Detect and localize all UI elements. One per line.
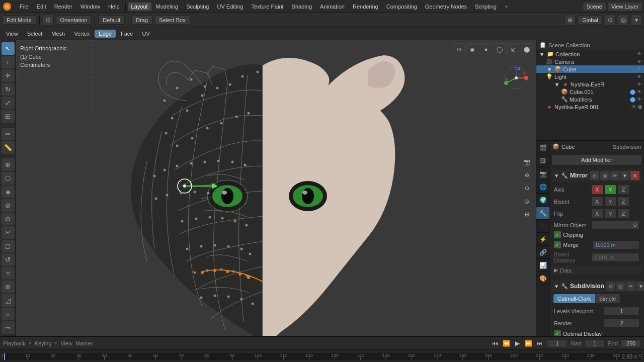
mirror-render-btn[interactable]: ◎ (600, 171, 609, 180)
merge-checkbox[interactable]: ✓ (554, 241, 561, 248)
mesh-face-btn[interactable]: Face (117, 30, 137, 38)
proportional-icon[interactable]: ◎ (618, 15, 629, 26)
timeline-track[interactable]: 0102030405060708090100110120130140150160… (2, 353, 642, 360)
transform-selector[interactable]: Global (578, 16, 603, 25)
prop-particles-btn[interactable]: ⁘ (536, 220, 549, 233)
tool-offset[interactable]: ⊙ (2, 213, 15, 225)
outliner-item-cube001[interactable]: 📦 Cube.001 ⬤ 👁 (536, 88, 644, 96)
vp-icon-overlay[interactable]: ⊕ (521, 169, 533, 181)
merge-value-field[interactable]: 0.001 m (593, 240, 639, 249)
tool-scale[interactable]: ⤢ (2, 97, 15, 109)
tool-inset[interactable]: ⬡ (2, 172, 15, 185)
light-eye[interactable]: 👁 (637, 74, 642, 79)
flip-z-btn[interactable]: Z (617, 209, 629, 219)
bisect-y-btn[interactable]: Y (604, 197, 616, 207)
render-value[interactable]: 2 (604, 319, 639, 328)
orientation-icon[interactable]: ⊙ (43, 15, 54, 26)
ws-rendering[interactable]: Rendering (349, 3, 382, 11)
overlay-solid-btn[interactable]: ◯ (494, 43, 506, 55)
tool-extrude[interactable]: ⊕ (2, 158, 15, 171)
outliner-item-collection[interactable]: ▼ 📁 Collection 👁 (536, 50, 644, 58)
ws-sculpting[interactable]: Sculpting (183, 3, 212, 11)
prop-output-btn[interactable]: 🖼 (536, 154, 549, 167)
magnet-icon[interactable]: ⊕ (565, 15, 576, 26)
mesh-select-btn[interactable]: Select (23, 30, 47, 38)
prop-world-btn[interactable]: 🌍 (536, 194, 549, 207)
orientation-selector[interactable]: Orientation (56, 16, 92, 25)
jump-end-btn[interactable]: ⏭ (535, 339, 544, 348)
menu-file[interactable]: File (16, 3, 32, 11)
timeline-ruler[interactable]: 0102030405060708090100110120130140150160… (0, 349, 644, 362)
overlay-xray-btn[interactable]: ⊙ (453, 43, 465, 55)
outliner-item-camera[interactable]: 🎥 Camera 👁 (536, 58, 644, 65)
extras-icon[interactable]: ▾ (631, 15, 642, 26)
nyshka-eye[interactable]: 👁 (637, 81, 642, 87)
prop-physics-btn[interactable]: ⚡ (536, 233, 549, 246)
ws-shading[interactable]: Shading (288, 3, 315, 11)
mesh-vertex-btn[interactable]: Vertex (70, 30, 94, 38)
catmull-clark-btn[interactable]: Catmull-Clark (553, 294, 595, 303)
bisect-dist-value[interactable]: 0.001 m (591, 253, 639, 262)
step-back-btn[interactable]: ⏪ (502, 339, 511, 348)
prop-modifier-btn[interactable]: 🔧 (536, 207, 549, 220)
ws-scripting[interactable]: Scripting (471, 3, 500, 11)
ws-add[interactable]: + (501, 3, 511, 11)
subdiv-mod-header[interactable]: ▼ 🔧 Subdivision ⊙ ◎ ✏ ▼ ✕ (551, 280, 642, 292)
tool-cursor[interactable]: + (2, 56, 15, 68)
mirror-realtime-btn[interactable]: ⊙ (590, 171, 599, 180)
play-btn[interactable]: ▶ (513, 339, 522, 348)
tool-shear[interactable]: ◿ (2, 294, 15, 307)
end-frame-field[interactable]: 250 (621, 339, 641, 347)
collection-eye[interactable]: 👁 (637, 51, 642, 57)
jump-start-btn[interactable]: ⏮ (491, 339, 500, 348)
overlay-overlays-btn[interactable]: ◉ (466, 43, 478, 55)
mirror-object-field[interactable]: ⊙ (591, 221, 639, 229)
prop-scene-btn[interactable]: 🌐 (536, 180, 549, 194)
prop-data-btn[interactable]: 📊 (536, 259, 549, 272)
outliner-item-light[interactable]: 💡 Light 👁 (536, 73, 644, 80)
ws-compositing[interactable]: Compositing (383, 3, 421, 11)
mode-selector[interactable]: Edit Mode (2, 16, 36, 25)
outliner-item-nyshka-eyer[interactable]: ▼ 🔺 Nyshka-EyeR 👁 (536, 80, 644, 88)
tool-transform[interactable]: ⊞ (2, 110, 15, 123)
tool-bevel[interactable]: ◈ (2, 186, 15, 198)
mirror-apply-btn[interactable]: ▼ (620, 171, 629, 180)
menu-edit[interactable]: Edit (33, 3, 50, 11)
prop-material-btn[interactable]: 🎨 (536, 272, 549, 285)
menu-window[interactable]: Window (77, 3, 104, 11)
subdiv-apply-btn[interactable]: ▼ (636, 282, 644, 291)
prop-constraints-btn[interactable]: 🔗 (536, 246, 549, 259)
overlay-material-btn[interactable]: ◎ (507, 43, 519, 55)
tool-select[interactable]: ↖ (2, 42, 15, 55)
ws-layout[interactable]: Layout (128, 3, 151, 11)
scene-badge[interactable]: Scene (583, 3, 606, 11)
ws-geometry-nodes[interactable]: Geometry Nodes (422, 3, 470, 11)
bisect-x-btn[interactable]: X (591, 197, 603, 207)
select-box-selector[interactable]: Select Box (154, 16, 190, 25)
mirror-delete-btn[interactable]: ✕ (630, 171, 639, 180)
view-layer-badge[interactable]: View Layer (608, 3, 642, 11)
ws-texture-paint[interactable]: Texture Paint (248, 3, 287, 11)
drag-selector[interactable]: Drag (131, 16, 152, 25)
outliner-item-modifiers[interactable]: 🔧 Modifiers ⬤ 👁 (536, 96, 644, 103)
tool-smooth[interactable]: ≈ (2, 267, 15, 280)
orientation-gizmo[interactable]: X Y Z (504, 65, 529, 90)
snap-selector[interactable]: Default (98, 16, 125, 25)
nyshka001-eye-btn[interactable]: 👁 (631, 104, 636, 110)
mirror-obj-picker[interactable]: ⊙ (633, 222, 637, 228)
cube-eye[interactable]: 👁 (637, 66, 642, 72)
tool-knife[interactable]: ✂ (2, 226, 15, 239)
tool-to-sphere[interactable]: ○ (2, 308, 15, 320)
start-frame-field[interactable]: 1 (585, 339, 605, 347)
tool-move[interactable]: ✛ (2, 69, 15, 82)
mirror-edit-btn[interactable]: ✏ (610, 171, 619, 180)
subdiv-render-btn[interactable]: ◎ (616, 282, 625, 291)
mesh-view-btn[interactable]: View (2, 30, 22, 38)
prop-render-btn[interactable]: 🎬 (536, 141, 549, 154)
ws-animation[interactable]: Animation (316, 3, 348, 11)
tool-spin[interactable]: ↺ (2, 253, 15, 266)
bisect-z-btn[interactable]: Z (617, 197, 629, 207)
tool-measure[interactable]: 📏 (2, 141, 15, 154)
axis-y-btn[interactable]: Y (604, 185, 616, 195)
viewport[interactable]: Right Orthographic (1) Cube Centimeters … (16, 40, 536, 336)
